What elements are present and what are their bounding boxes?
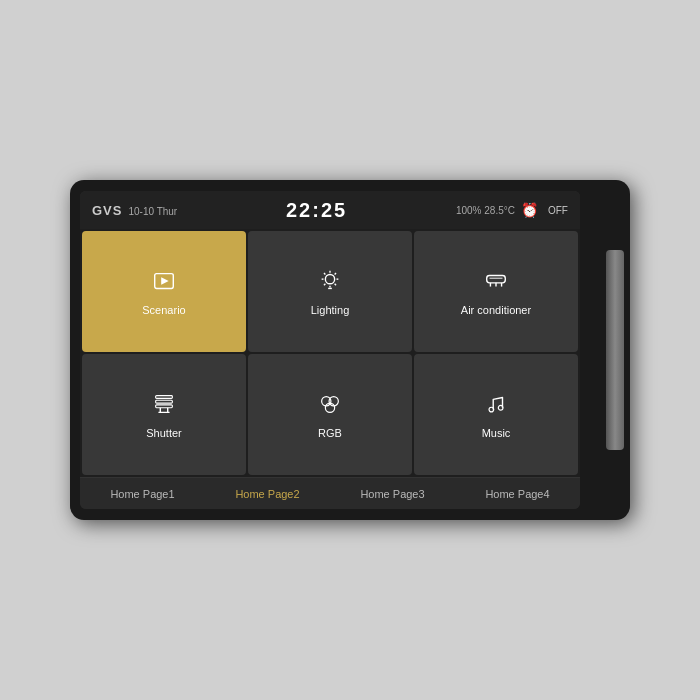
device-frame: GVS 10-10 Thur 22:25 100% 28.5°C ⏰ OFF [70,180,630,520]
scenario-label: Scenario [142,304,185,316]
header: GVS 10-10 Thur 22:25 100% 28.5°C ⏰ OFF [80,191,580,229]
time-label: 22:25 [286,199,347,222]
svg-line-10 [324,283,325,284]
svg-marker-1 [161,277,168,284]
grid-cell-music[interactable]: Music [414,354,578,475]
lighting-label: Lighting [311,304,350,316]
svg-line-8 [335,283,336,284]
music-label: Music [482,427,511,439]
svg-point-27 [498,405,503,410]
svg-line-7 [324,273,325,274]
tab-home2[interactable]: Home Page2 [227,484,307,504]
tab-home4[interactable]: Home Page4 [477,484,557,504]
music-icon [483,391,509,421]
grid-cell-ac[interactable]: Air conditioner [414,231,578,352]
grid-cell-lighting[interactable]: Lighting [248,231,412,352]
svg-rect-17 [156,395,173,398]
grid-cell-shutter[interactable]: Shutter [82,354,246,475]
rgb-icon [317,391,343,421]
svg-line-9 [335,273,336,274]
rgb-label: RGB [318,427,342,439]
alarm-icon: ⏰ [521,202,538,218]
header-left: GVS 10-10 Thur [92,203,177,218]
svg-rect-12 [487,275,506,282]
date-label: 10-10 Thur [128,206,177,217]
grid-cell-rgb[interactable]: RGB [248,354,412,475]
shutter-icon [151,391,177,421]
scenario-icon [151,268,177,298]
svg-point-2 [325,274,334,283]
shutter-label: Shutter [146,427,181,439]
brand-label: GVS [92,203,122,218]
side-bar [606,250,624,450]
header-right: 100% 28.5°C ⏰ OFF [456,202,568,218]
grid-cell-scenario[interactable]: Scenario [82,231,246,352]
grid-area: Scenario [80,229,580,477]
svg-rect-18 [156,400,173,403]
screen: GVS 10-10 Thur 22:25 100% 28.5°C ⏰ OFF [80,191,580,509]
lighting-icon [317,268,343,298]
footer-tabs: Home Page1 Home Page2 Home Page3 Home Pa… [80,477,580,509]
ac-label: Air conditioner [461,304,531,316]
svg-rect-19 [156,404,173,407]
tab-home3[interactable]: Home Page3 [352,484,432,504]
ac-icon [483,268,509,298]
tab-home1[interactable]: Home Page1 [102,484,182,504]
off-label: OFF [548,205,568,216]
battery-temp-label: 100% 28.5°C [456,205,515,216]
